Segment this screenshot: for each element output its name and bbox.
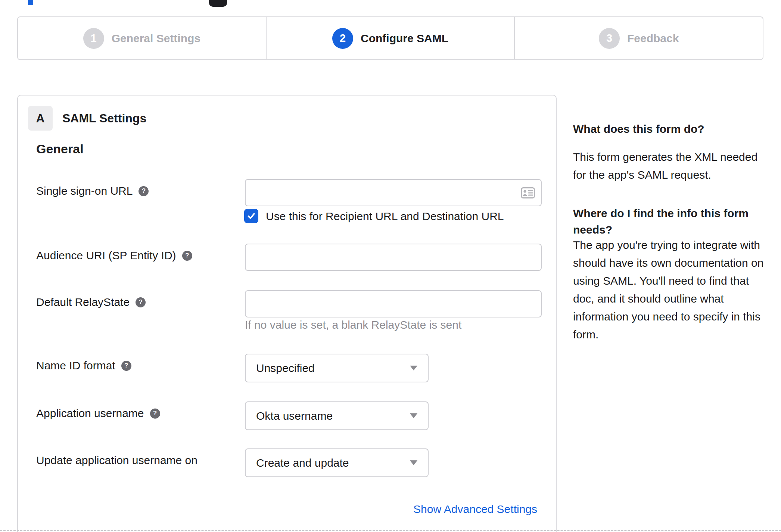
recipient-url-checkbox[interactable] [244, 209, 258, 223]
name-id-format-label-row: Name ID format ? [36, 359, 131, 372]
checkmark-icon [246, 211, 256, 221]
help-q1-body: This form generates the XML needed for t… [573, 148, 757, 184]
help-sidebar: What does this form do? This form genera… [573, 0, 781, 532]
update-username-select[interactable]: Create and update [245, 448, 429, 477]
section-a-badge: A [28, 106, 53, 131]
application-username-select[interactable]: Okta username [245, 401, 429, 430]
saml-settings-title: SAML Settings [62, 106, 146, 131]
contact-card-icon[interactable] [521, 187, 535, 198]
step-general-settings[interactable]: 1 General Settings [18, 17, 266, 59]
step-label: Configure SAML [361, 32, 448, 45]
application-username-label: Application username [36, 407, 144, 420]
application-username-label-row: Application username ? [36, 407, 160, 420]
recipient-url-checkbox-label: Use this for Recipient URL and Destinati… [266, 209, 504, 223]
application-username-value: Okta username [256, 410, 333, 422]
show-advanced-settings-link[interactable]: Show Advanced Settings [413, 503, 537, 516]
sso-url-input[interactable] [245, 179, 542, 206]
update-username-label: Update application username on [36, 454, 197, 467]
step-configure-saml[interactable]: 2 Configure SAML [266, 17, 514, 59]
audience-uri-label: Audience URI (SP Entity ID) [36, 249, 176, 262]
chevron-down-icon [410, 413, 417, 418]
audience-uri-label-row: Audience URI (SP Entity ID) ? [36, 249, 192, 262]
sso-url-help-icon[interactable]: ? [139, 186, 149, 196]
update-username-label-row: Update application username on [36, 454, 197, 467]
audience-uri-help-icon[interactable]: ? [182, 251, 192, 261]
name-id-format-help-icon[interactable]: ? [121, 361, 131, 371]
bottom-dashed-divider [0, 530, 781, 531]
help-q2-title: Where do I find the info this form needs… [573, 205, 749, 238]
sso-url-input-wrap [245, 179, 542, 206]
update-username-value: Create and update [256, 457, 349, 469]
help-q1-title: What does this form do? [573, 122, 704, 137]
chevron-down-icon [410, 460, 417, 465]
relaystate-help-icon[interactable]: ? [136, 297, 146, 307]
chevron-down-icon [410, 366, 417, 370]
relaystate-label: Default RelayState [36, 295, 130, 309]
name-id-format-select[interactable]: Unspecified [245, 354, 429, 382]
application-username-help-icon[interactable]: ? [150, 409, 160, 419]
name-id-format-label: Name ID format [36, 359, 115, 372]
relaystate-hint: If no value is set, a blank RelayState i… [245, 319, 461, 331]
sso-url-label: Single sign-on URL [36, 184, 133, 198]
step-label: General Settings [112, 32, 200, 45]
general-heading: General [36, 142, 84, 156]
step-number-badge: 2 [332, 28, 353, 49]
page-edge-fragment-dark [209, 0, 227, 7]
audience-uri-input[interactable] [245, 244, 542, 271]
name-id-format-value: Unspecified [256, 362, 315, 375]
step-number-badge: 1 [83, 28, 104, 49]
relaystate-input[interactable] [245, 290, 542, 317]
relaystate-label-row: Default RelayState ? [36, 295, 146, 309]
sso-url-label-row: Single sign-on URL ? [36, 184, 149, 198]
page-edge-fragment-blue [28, 0, 33, 5]
help-q2-body: The app you're trying to integrate with … [573, 236, 763, 344]
saml-settings-panel: A SAML Settings General Single sign-on U… [17, 95, 557, 532]
